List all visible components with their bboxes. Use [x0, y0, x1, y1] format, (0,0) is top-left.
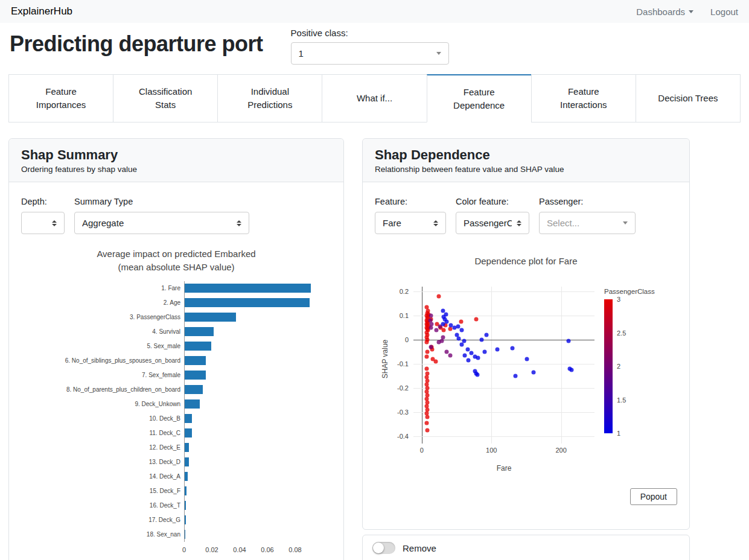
bar — [185, 501, 186, 510]
summary-type-control: Summary Type Aggregate — [74, 197, 249, 234]
bar-category-label: 18. Sex_nan — [21, 531, 184, 538]
tab-individual-predictions[interactable]: Individual Predictions — [217, 74, 322, 122]
scatter-point — [480, 338, 484, 342]
tab-feature-dependence[interactable]: Feature Dependence — [427, 74, 532, 122]
scatter-point — [476, 356, 480, 360]
positive-class-select[interactable]: 1 — [291, 42, 449, 65]
colorbar-tick: 3 — [617, 296, 620, 303]
y-axis-tick: -0.1 — [397, 360, 409, 368]
updown-arrows-icon — [52, 220, 57, 226]
updown-arrows-icon — [433, 220, 438, 226]
app-brand[interactable]: ExplainerHub — [11, 5, 72, 18]
colorbar-title: PassengerClass — [604, 288, 655, 295]
feature-select[interactable]: Fare — [375, 212, 446, 234]
depth-label: Depth: — [21, 197, 65, 206]
bar-row: 16. Deck_T — [21, 498, 331, 513]
bar-category-label: 3. PassengerClass — [21, 314, 184, 320]
scatter-point — [474, 317, 478, 322]
scatter-point — [424, 340, 429, 345]
bar-category-label: 8. No_of_parents_plus_children_on_board — [21, 386, 184, 393]
bar-row: 7. Sex_female — [21, 368, 331, 383]
scatter-point — [510, 346, 514, 351]
tab-classification-stats[interactable]: Classification Stats — [113, 74, 218, 122]
tab-bar: Feature ImportancesClassification StatsI… — [8, 74, 741, 122]
x-zero-line — [422, 287, 422, 444]
scatter-point — [476, 373, 480, 377]
popout-button[interactable]: Popout — [630, 488, 677, 505]
passenger-select[interactable]: Select... — [539, 212, 636, 234]
x-axis-tick: 0.08 — [288, 546, 301, 553]
positive-class-value: 1 — [299, 48, 304, 59]
scatter-point — [433, 360, 438, 364]
shap-summary-card: Shap Summary Ordering features by shap v… — [8, 138, 344, 560]
tab-what-if[interactable]: What if... — [322, 74, 427, 122]
bar-category-label: 5. Sex_male — [21, 343, 184, 349]
bar-category-label: 15. Deck_F — [21, 488, 184, 494]
color-feature-control: Color feature: PassengerCl — [456, 197, 529, 234]
scatter-point — [459, 320, 463, 324]
shap-summary-header: Shap Summary Ordering features by shap v… — [9, 139, 343, 182]
bar-category-label: 1. Fare — [21, 285, 184, 291]
summary-type-select[interactable]: Aggregate — [74, 212, 249, 234]
gridline — [413, 388, 594, 389]
scatter-point — [445, 320, 449, 324]
bar-row: 11. Deck_C — [21, 426, 331, 441]
dashboards-menu[interactable]: Dashboards — [636, 7, 693, 17]
bar — [185, 428, 192, 438]
scatter-point — [424, 367, 429, 371]
bar-row: 17. Deck_G — [21, 513, 331, 527]
feature-control: Feature: Fare — [375, 197, 446, 234]
toggle-knob — [373, 542, 384, 553]
tab-feature-importances[interactable]: Feature Importances — [8, 74, 113, 122]
scatter-point — [429, 314, 433, 318]
scatter-point — [429, 345, 433, 349]
gridline — [413, 436, 594, 437]
colorbar-tick: 1 — [617, 430, 620, 437]
bar — [185, 530, 185, 539]
chevron-down-icon — [689, 10, 693, 13]
bar — [185, 443, 189, 452]
scatter-point — [463, 354, 467, 358]
y-axis-ticks: 0.20.10-0.1-0.2-0.3-0.4 — [392, 287, 413, 444]
tab-feature-interactions[interactable]: Feature Interactions — [531, 74, 636, 122]
scatter-point — [448, 354, 453, 358]
color-feature-select[interactable]: PassengerCl — [456, 212, 529, 234]
bar — [185, 385, 203, 394]
bar-category-label: 10. Deck_B — [21, 415, 184, 422]
remove-toggle[interactable] — [372, 542, 395, 554]
scatter-chart-title: Dependence plot for Fare — [375, 256, 677, 266]
x-axis-tick: 200 — [555, 447, 566, 454]
chevron-down-icon — [436, 52, 441, 55]
updown-arrows-icon — [517, 220, 521, 226]
scatter-point — [435, 328, 439, 332]
bar-row: 18. Sex_nan — [21, 527, 331, 542]
bar — [185, 414, 192, 423]
colorbar: PassengerClass 32.521.51 — [604, 287, 655, 472]
card-title: Shap Dependence — [375, 147, 677, 163]
depth-select[interactable] — [21, 212, 65, 234]
positive-class-label: Positive class: — [291, 28, 449, 38]
x-axis-tick: 100 — [486, 447, 497, 454]
bar — [185, 356, 206, 365]
feature-value: Fare — [383, 218, 401, 228]
bar-category-label: 14. Deck_A — [21, 473, 184, 480]
bar-chart-title: Average impact on predicted Embarked (me… — [21, 247, 331, 274]
passenger-control: Passenger: Select... — [539, 197, 636, 234]
tab-decision-trees[interactable]: Decision Trees — [636, 74, 741, 122]
y-axis-tick: -0.4 — [397, 433, 409, 440]
bar — [185, 342, 211, 351]
navbar: ExplainerHub Dashboards Logout — [0, 0, 749, 23]
colorbar-tick: 2 — [617, 363, 620, 370]
bar-row: 4. Survival — [21, 325, 331, 339]
x-axis-tick: 0.06 — [261, 546, 273, 553]
logout-link[interactable]: Logout — [710, 7, 738, 17]
x-axis-tick: 0 — [182, 546, 186, 553]
dependence-plot: SHAP value 0.20.10-0.1-0.2-0.3-0.4 01002… — [378, 287, 677, 472]
y-axis-tick: 0.2 — [400, 288, 409, 295]
bar-category-label: 4. Survival — [21, 328, 184, 335]
scatter-point — [459, 343, 464, 347]
card-title: Shap Summary — [21, 147, 331, 163]
page-title: Predicting departure port — [10, 31, 263, 57]
bar-row: 9. Deck_Unkown — [21, 397, 331, 412]
bar — [185, 313, 236, 322]
